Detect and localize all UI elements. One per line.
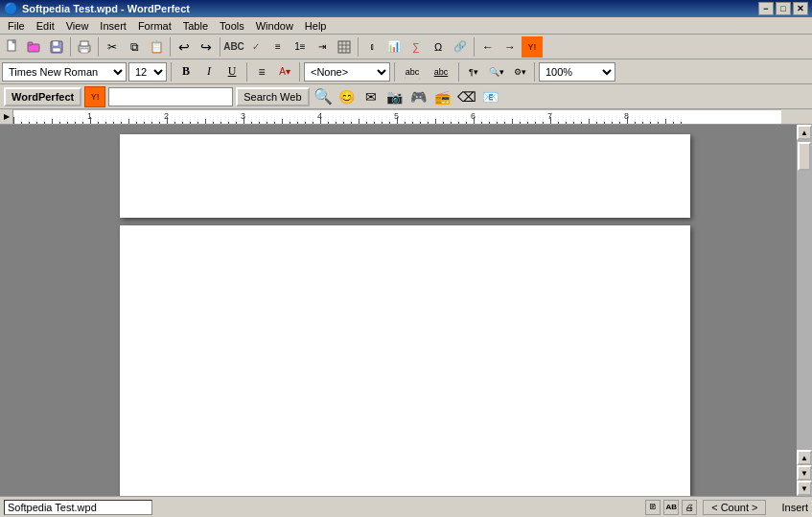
smiley-icon-btn[interactable]: 😊 [336, 86, 358, 107]
toolbar1-sep2 [98, 37, 99, 57]
menu-view[interactable]: View [60, 19, 95, 33]
reveal-codes-button[interactable]: ¶▾ [463, 62, 484, 82]
svg-rect-4 [53, 41, 58, 46]
font-name-select[interactable]: Times New Roman [2, 62, 127, 82]
options-button[interactable]: ⚙▾ [509, 62, 530, 82]
radio-icon-btn[interactable]: 📻 [432, 86, 453, 107]
file-name-text: Softpedia Test.wpd [8, 502, 97, 513]
status-bar: Softpedia Test.wpd 🖹 AB 🖨 < Count > Inse… [0, 496, 812, 517]
bullet-button[interactable]: ≡ [267, 36, 289, 58]
games-icon-btn[interactable]: 🎮 [408, 86, 429, 107]
cut-button[interactable]: ✂ [102, 36, 123, 58]
table-button[interactable] [334, 36, 355, 58]
photo-icon-btn[interactable]: 📷 [384, 86, 406, 107]
right-arrow-button[interactable]: → [499, 36, 521, 58]
symbol-button[interactable]: Ω [428, 36, 449, 58]
menu-window[interactable]: Window [250, 19, 299, 33]
maximize-button[interactable]: □ [776, 2, 791, 15]
numbering-button[interactable]: 1≡ [290, 36, 311, 58]
email-icon-btn[interactable]: 📧 [480, 86, 501, 107]
zoom-level-select[interactable]: 100% [539, 62, 615, 82]
page-bottom-section[interactable] [120, 225, 690, 496]
scroll-thumb[interactable] [798, 142, 811, 171]
zoom-button[interactable]: 🔍▾ [486, 62, 507, 82]
undo-button[interactable]: ↩ [174, 36, 195, 58]
search-web-button[interactable]: Search Web [236, 87, 309, 106]
count-display[interactable]: < Count > [703, 500, 766, 515]
bold-button[interactable]: B [175, 62, 197, 82]
svg-rect-8 [81, 49, 88, 53]
wordperfect-button[interactable]: WordPerfect [4, 87, 81, 106]
toolbar1-sep4 [220, 37, 220, 57]
title-bar-controls: − □ ✕ [758, 2, 808, 15]
save-button[interactable] [46, 36, 67, 58]
spell-button[interactable]: ABC [223, 36, 244, 58]
toolbar2-sep1 [171, 62, 172, 82]
indent-more-button[interactable]: ⇥ [312, 36, 333, 58]
search-input[interactable] [108, 87, 233, 106]
mail-icon-btn[interactable]: ✉ [360, 86, 382, 107]
document-area[interactable] [13, 125, 797, 496]
grammar-button[interactable]: ✓ [245, 36, 267, 58]
svg-rect-2 [28, 42, 33, 45]
menu-tools[interactable]: Tools [214, 19, 250, 33]
ruler-left-arrow[interactable]: ▶ [4, 112, 10, 121]
menu-file[interactable]: File [2, 19, 31, 33]
ruler-left-margin: ▶ [0, 109, 13, 125]
search-icon-btn1[interactable]: 🔍 [313, 86, 334, 107]
toolbar2-sep5 [458, 62, 459, 82]
scroll-track[interactable] [797, 140, 812, 450]
status-icon-1[interactable]: 🖹 [645, 500, 661, 515]
font-color-button[interactable]: A▾ [274, 62, 295, 82]
app-icon: 🔵 [4, 2, 18, 15]
yahoo-button1[interactable]: Y! [522, 36, 543, 58]
menu-table[interactable]: Table [177, 19, 214, 33]
scroll-up-button[interactable]: ▲ [797, 125, 812, 140]
paste-button[interactable]: 📋 [146, 36, 167, 58]
toolbar1-sep3 [170, 37, 171, 57]
title-bar-text: Softpedia Test.wpd - WordPerfect [22, 3, 190, 14]
menu-format[interactable]: Format [132, 19, 177, 33]
font-size-select[interactable]: 12 [128, 62, 167, 82]
grammar-as-you-go-button[interactable]: abc [428, 62, 454, 82]
insert-label: Insert [781, 502, 808, 513]
vertical-scrollbar: ▲ ▲ ▼ ▼ [797, 125, 812, 496]
yahoo-icon-button[interactable]: Y! [84, 86, 105, 107]
menu-help[interactable]: Help [299, 19, 333, 33]
status-icon-print[interactable]: 🖨 [682, 500, 697, 515]
copy-button[interactable]: ⧉ [124, 36, 145, 58]
toolbar1-sep5 [358, 37, 359, 57]
hyperlink-button[interactable]: 🔗 [450, 36, 471, 58]
ruler-track: 12345678 [13, 109, 781, 125]
style-select[interactable]: <None> [304, 62, 390, 82]
italic-button[interactable]: I [198, 62, 220, 82]
page-separator [120, 218, 690, 225]
columns-button[interactable]: ⫾ [361, 36, 383, 58]
chart-button[interactable]: 📊 [383, 36, 405, 58]
menu-insert[interactable]: Insert [94, 19, 132, 33]
redo-button[interactable]: ↪ [196, 36, 217, 58]
toolbar1-sep1 [70, 37, 71, 57]
status-icon-caps[interactable]: AB [663, 500, 679, 515]
left-margin [0, 125, 13, 496]
toolbar2-sep4 [394, 62, 395, 82]
count-label: < Count > [711, 502, 757, 513]
formula-button[interactable]: ∑ [406, 36, 427, 58]
scroll-page-up-button[interactable]: ▲ [797, 450, 812, 465]
open-button[interactable] [24, 36, 45, 58]
new-button[interactable] [2, 36, 23, 58]
left-arrow-button[interactable]: ← [477, 36, 499, 58]
title-bar-left: 🔵 Softpedia Test.wpd - WordPerfect [4, 2, 190, 15]
eraser-icon-btn[interactable]: ⌫ [456, 86, 477, 107]
underline-button[interactable]: U [221, 62, 243, 82]
scroll-down-button[interactable]: ▼ [797, 481, 812, 496]
align-left-button[interactable]: ≡ [251, 62, 272, 82]
print-button[interactable] [74, 36, 95, 58]
minimize-button[interactable]: − [758, 2, 774, 15]
toolbar1-sep6 [474, 37, 475, 57]
close-button[interactable]: ✕ [793, 2, 808, 15]
scroll-page-down-button[interactable]: ▼ [797, 465, 812, 481]
spell-as-you-go-button[interactable]: abc [399, 62, 426, 82]
menu-edit[interactable]: Edit [31, 19, 60, 33]
status-icons: 🖹 AB 🖨 [645, 500, 697, 515]
